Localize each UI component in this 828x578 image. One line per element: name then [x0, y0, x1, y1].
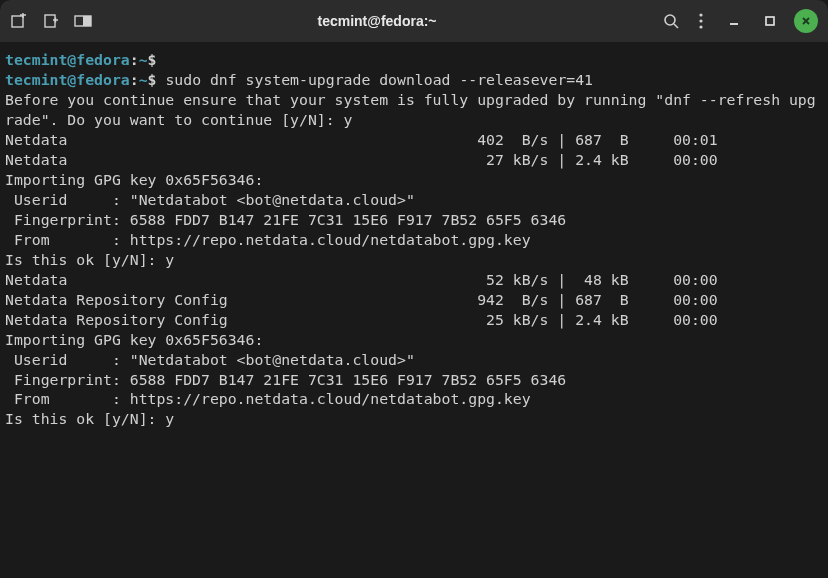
- output-line: Fingerprint: 6588 FDD7 B147 21FE 7C31 15…: [5, 371, 566, 388]
- minimize-button[interactable]: [722, 9, 746, 33]
- svg-point-11: [699, 19, 702, 22]
- prompt-dollar: $: [148, 51, 157, 68]
- output-line: Netdata 52 kB/s | 48 kB 00:00: [5, 271, 718, 288]
- prompt-user-host: tecmint@fedora: [5, 51, 130, 68]
- output-line: Netdata Repository Config 942 B/s | 687 …: [5, 291, 718, 308]
- menu-icon[interactable]: [692, 12, 710, 30]
- prompt-user-host: tecmint@fedora: [5, 71, 130, 88]
- close-button[interactable]: [794, 9, 818, 33]
- svg-line-9: [674, 24, 678, 28]
- svg-rect-7: [83, 16, 91, 26]
- output-line: Fingerprint: 6588 FDD7 B147 21FE 7C31 15…: [5, 211, 566, 228]
- output-line: Before you continue ensure that your sys…: [5, 91, 816, 108]
- svg-point-8: [665, 15, 675, 25]
- new-tab-icon[interactable]: [10, 12, 28, 30]
- svg-point-10: [699, 13, 702, 16]
- prompt-sep: :: [130, 71, 139, 88]
- search-icon[interactable]: [662, 12, 680, 30]
- split-icon[interactable]: [74, 12, 92, 30]
- output-line: Is this ok [y/N]: y: [5, 251, 174, 268]
- output-line: Netdata 402 B/s | 687 B 00:01: [5, 131, 718, 148]
- command-line: sudo dnf system-upgrade download --relea…: [165, 71, 593, 88]
- titlebar-left: [10, 12, 92, 30]
- titlebar-right: [662, 9, 818, 33]
- output-line: From : https://repo.netdata.cloud/netdat…: [5, 390, 531, 407]
- terminal-body[interactable]: tecmint@fedora:~$ tecmint@fedora:~$ sudo…: [0, 42, 828, 578]
- svg-rect-14: [766, 17, 774, 25]
- new-window-icon[interactable]: [42, 12, 60, 30]
- output-line: Netdata 27 kB/s | 2.4 kB 00:00: [5, 151, 718, 168]
- output-line: rade". Do you want to continue [y/N]: y: [5, 111, 352, 128]
- svg-rect-0: [12, 16, 23, 27]
- output-line: From : https://repo.netdata.cloud/netdat…: [5, 231, 531, 248]
- prompt-sep: :: [130, 51, 139, 68]
- titlebar: tecmint@fedora:~: [0, 0, 828, 42]
- maximize-button[interactable]: [758, 9, 782, 33]
- output-line: Userid : "Netdatabot <bot@netdata.cloud>…: [5, 351, 415, 368]
- output-line: Importing GPG key 0x65F56346:: [5, 171, 263, 188]
- output-line: Userid : "Netdatabot <bot@netdata.cloud>…: [5, 191, 415, 208]
- prompt-path: ~: [139, 71, 148, 88]
- output-line: Is this ok [y/N]: y: [5, 410, 174, 427]
- svg-point-12: [699, 25, 702, 28]
- output-line: Netdata Repository Config 25 kB/s | 2.4 …: [5, 311, 718, 328]
- output-line: Importing GPG key 0x65F56346:: [5, 331, 263, 348]
- svg-rect-3: [45, 15, 55, 27]
- window-title: tecmint@fedora:~: [92, 13, 662, 29]
- prompt-dollar: $: [148, 71, 157, 88]
- prompt-path: ~: [139, 51, 148, 68]
